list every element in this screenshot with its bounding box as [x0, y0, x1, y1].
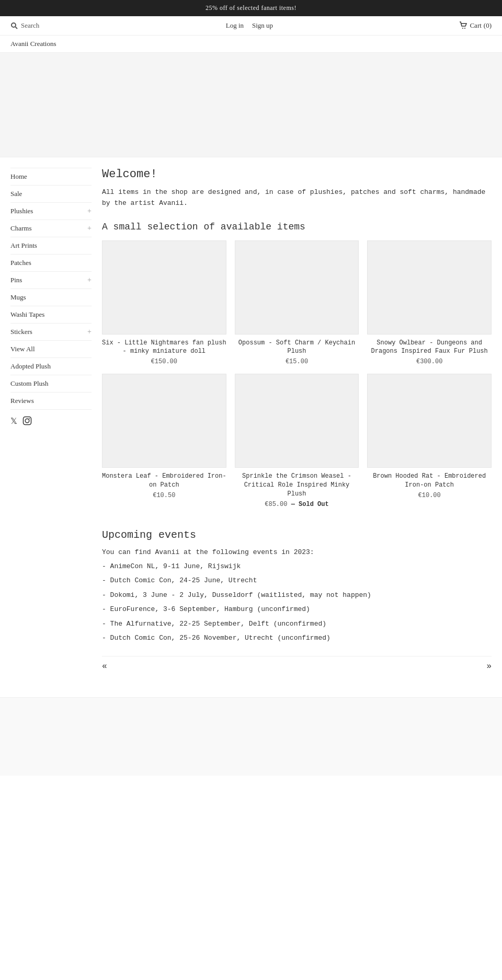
product-card[interactable]: Snowy Owlbear - Dungeons and Dragons Ins…	[367, 240, 492, 366]
sidebar-item-mugs[interactable]: Mugs	[10, 289, 92, 306]
product-grid: Six - Little Nightmares fan plush - mink…	[102, 240, 492, 508]
login-link[interactable]: Log in	[226, 21, 244, 30]
sidebar-item-washi-tapes[interactable]: Washi Tapes	[10, 306, 92, 324]
signup-link[interactable]: Sign up	[252, 21, 273, 30]
product-title: Sprinkle the Crimson Weasel - Critical R…	[235, 472, 359, 498]
sidebar-item-pins[interactable]: Pins +	[10, 272, 92, 289]
svg-line-1	[16, 27, 18, 29]
product-card[interactable]: Monstera Leaf - Embroidered Iron-on Patc…	[102, 374, 226, 508]
product-image	[367, 240, 492, 335]
sidebar-item-label: Plushies	[10, 207, 33, 215]
sidebar-item-art-prints[interactable]: Art Prints	[10, 237, 92, 255]
expand-icon: +	[87, 224, 92, 233]
sidebar-item-label: View All	[10, 345, 35, 353]
search-trigger[interactable]: Search	[10, 21, 39, 30]
expand-icon: +	[87, 207, 92, 215]
product-title: Monstera Leaf - Embroidered Iron-on Patc…	[102, 472, 226, 490]
event-item: - EuroFurence, 3-6 September, Hamburg (u…	[102, 604, 492, 615]
sidebar-item-label: Mugs	[10, 293, 26, 302]
main-content: Welcome! All items in the shop are desig…	[102, 168, 492, 676]
product-image	[367, 374, 492, 468]
product-image	[235, 374, 359, 468]
events-list: - AnimeCon NL, 9-11 June, Rijswijk - Dut…	[102, 561, 492, 643]
sidebar-item-label: Home	[10, 172, 27, 181]
sidebar-item-stickers[interactable]: Stickers +	[10, 324, 92, 341]
event-item: - Dutch Comic Con, 24-25 June, Utrecht	[102, 575, 492, 586]
cart-label: Cart	[470, 21, 481, 30]
sidebar-item-label: Sale	[10, 190, 22, 198]
instagram-icon[interactable]	[22, 416, 32, 428]
product-image	[102, 240, 226, 335]
twitter-icon[interactable]: 𝕏	[10, 416, 17, 428]
hero-banner	[0, 53, 502, 157]
sidebar-item-sale[interactable]: Sale	[10, 186, 92, 203]
sidebar-item-view-all[interactable]: View All	[10, 341, 92, 358]
svg-rect-4	[24, 417, 31, 425]
search-label: Search	[21, 21, 39, 30]
event-item: - Dutch Comic Con, 25-26 November, Utrec…	[102, 633, 492, 643]
svg-point-0	[12, 23, 16, 27]
svg-point-5	[25, 419, 29, 423]
footer	[0, 697, 502, 776]
product-card[interactable]: Opossum - Soft Charm / Keychain Plush €1…	[235, 240, 359, 366]
product-title: Snowy Owlbear - Dungeons and Dragons Ins…	[367, 339, 492, 356]
sidebar-item-patches[interactable]: Patches	[10, 255, 92, 272]
expand-icon: +	[87, 328, 92, 336]
search-icon	[10, 22, 18, 29]
product-card[interactable]: Six - Little Nightmares fan plush - mink…	[102, 240, 226, 366]
sidebar-item-label: Art Prints	[10, 241, 37, 250]
sidebar-item-label: Adopted Plush	[10, 362, 51, 371]
testimonial-prev-button[interactable]: «	[102, 662, 107, 671]
sidebar-item-plushies[interactable]: Plushies +	[10, 203, 92, 220]
cart-button[interactable]: Cart (0)	[459, 21, 492, 30]
sidebar-item-label: Reviews	[10, 397, 34, 405]
svg-point-3	[464, 28, 465, 29]
product-price: €85.00 — Sold Out	[235, 501, 359, 508]
promo-text: 25% off of selected fanart items!	[206, 4, 296, 11]
sidebar-item-label: Washi Tapes	[10, 310, 44, 319]
product-image	[235, 240, 359, 335]
main-layout: Home Sale Plushies + Charms + Art Prints…	[0, 157, 502, 687]
event-item: - The Alfurnative, 22-25 September, Delf…	[102, 619, 492, 629]
product-card[interactable]: Brown Hooded Rat - Embroidered Iron-on P…	[367, 374, 492, 508]
expand-icon: +	[87, 276, 92, 284]
product-title: Brown Hooded Rat - Embroidered Iron-on P…	[367, 472, 492, 490]
events-title: Upcoming events	[102, 529, 492, 541]
sidebar-item-reviews[interactable]: Reviews	[10, 393, 92, 410]
cart-count: (0)	[484, 21, 492, 30]
cart-icon	[459, 21, 467, 30]
social-links: 𝕏	[10, 410, 92, 428]
events-intro: You can find Avanii at the following eve…	[102, 548, 492, 556]
welcome-text: All items in the shop are designed and, …	[102, 187, 492, 209]
testimonial-bar: « »	[102, 656, 492, 676]
sidebar-item-label: Patches	[10, 259, 31, 267]
sidebar: Home Sale Plushies + Charms + Art Prints…	[10, 168, 92, 676]
sidebar-item-custom-plush[interactable]: Custom Plush	[10, 375, 92, 393]
event-item: - Dokomi, 3 June - 2 July, Dusseldorf (w…	[102, 590, 492, 601]
sidebar-item-label: Stickers	[10, 328, 32, 336]
sidebar-item-adopted-plush[interactable]: Adopted Plush	[10, 358, 92, 375]
header-nav: Log in Sign up	[226, 21, 273, 30]
product-price: €15.00	[235, 358, 359, 365]
product-title: Opossum - Soft Charm / Keychain Plush	[235, 339, 359, 356]
product-price: €300.00	[367, 358, 492, 365]
sidebar-item-charms[interactable]: Charms +	[10, 220, 92, 237]
site-header: Search Log in Sign up Cart (0)	[0, 16, 502, 36]
product-title: Six - Little Nightmares fan plush - mink…	[102, 339, 226, 356]
product-card[interactable]: Sprinkle the Crimson Weasel - Critical R…	[235, 374, 359, 508]
sidebar-item-home[interactable]: Home	[10, 168, 92, 186]
svg-point-2	[462, 28, 463, 29]
product-price: €150.00	[102, 358, 226, 365]
sold-out-badge: — Sold Out	[291, 501, 329, 508]
selection-title: A small selection of available items	[102, 222, 492, 232]
sidebar-item-label: Pins	[10, 276, 22, 284]
site-title-bar: Avanii Creations	[0, 36, 502, 53]
svg-point-6	[29, 418, 30, 419]
testimonial-next-button[interactable]: »	[486, 662, 492, 671]
sidebar-item-label: Charms	[10, 224, 31, 233]
sidebar-item-label: Custom Plush	[10, 379, 49, 388]
event-item: - AnimeCon NL, 9-11 June, Rijswijk	[102, 561, 492, 572]
site-title: Avanii Creations	[10, 40, 56, 48]
welcome-title: Welcome!	[102, 168, 492, 181]
product-image	[102, 374, 226, 468]
